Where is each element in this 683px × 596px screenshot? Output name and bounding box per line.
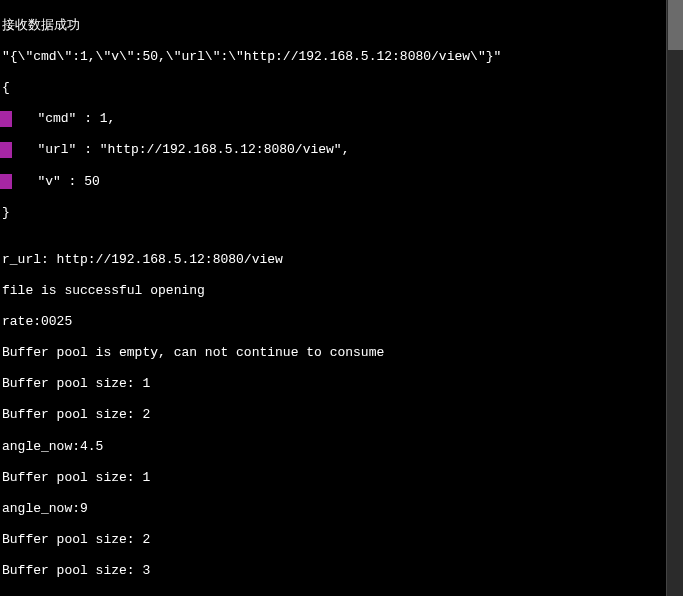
log-line: file is successful opening [0,283,683,299]
log-line: Buffer pool size: 2 [0,532,683,548]
log-line: rate:0025 [0,314,683,330]
vertical-scrollbar[interactable] [666,0,683,596]
log-line: angle_now:4.5 [0,439,683,455]
scrollbar-thumb[interactable] [668,0,683,50]
log-line-json: "cmd" : 1, [0,111,683,127]
log-line: { [0,80,683,96]
log-line: 接收数据成功 [0,18,683,34]
log-line: } [0,205,683,221]
log-line: Buffer pool size: 1 [0,470,683,486]
log-line: Buffer pool size: 1 [0,376,683,392]
log-line: Buffer pool is empty, can not continue t… [0,345,683,361]
terminal-output: 接收数据成功 "{\"cmd\":1,\"v\":50,\"url\":\"ht… [0,0,683,596]
log-line: "{\"cmd\":1,\"v\":50,\"url\":\"http://19… [0,49,683,65]
log-line: r_url: http://192.168.5.12:8080/view [0,252,683,268]
log-line-json: "url" : "http://192.168.5.12:8080/view", [0,142,683,158]
log-line: angle_now:9 [0,501,683,517]
log-line: Buffer pool size: 2 [0,407,683,423]
log-line: Buffer pool size: 3 [0,563,683,579]
log-line-json: "v" : 50 [0,174,683,190]
